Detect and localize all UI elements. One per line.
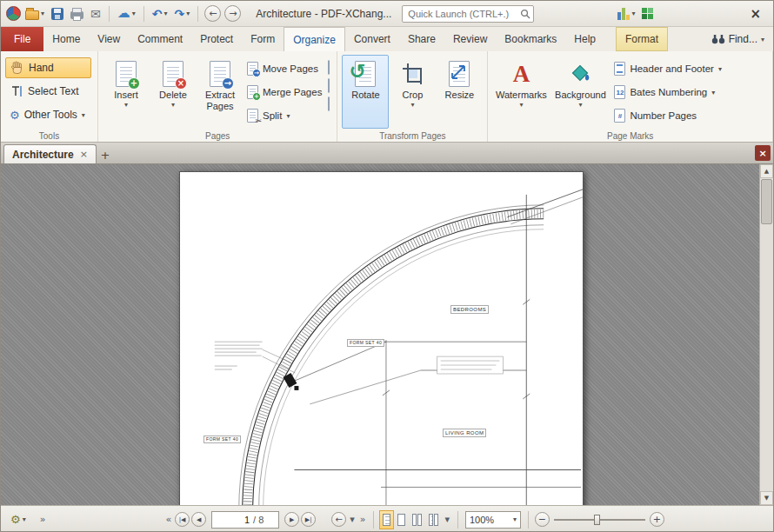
first-page-button[interactable]: |◀ [175, 512, 190, 527]
zoom-in-button[interactable]: + [650, 512, 664, 527]
scrollbar-thumb[interactable] [761, 179, 772, 224]
merge-pages-button[interactable]: + Merge Pages [244, 82, 325, 103]
pdf-page[interactable]: BEDROOMS LIVING ROOM FORM SET 40 FORM SE… [179, 171, 584, 505]
new-tab-button[interactable]: + [97, 146, 114, 163]
document-tab-architecture[interactable]: Architecture × [3, 144, 97, 163]
document-tab-bar: Architecture × + × [1, 143, 773, 164]
scroll-down-button[interactable]: ▼ [760, 491, 773, 505]
tab-protect[interactable]: Protect [191, 27, 242, 51]
tab-convert[interactable]: Convert [345, 27, 399, 51]
tab-file[interactable]: File [1, 27, 43, 51]
print-button[interactable] [68, 3, 86, 24]
undo-button[interactable]: ↶ ▾ [150, 3, 170, 24]
rotate-pages-button[interactable]: ↺ Rotate [342, 55, 389, 129]
previous-view-button[interactable]: ← [331, 512, 346, 527]
previous-page-button[interactable]: ◀ [191, 512, 206, 527]
separator [457, 511, 458, 529]
redo-button[interactable]: ↷ ▾ [172, 3, 193, 24]
save-button[interactable] [49, 3, 66, 24]
last-page-button[interactable]: ▶| [301, 512, 316, 527]
other-tools-button[interactable]: ⚙ Other Tools ▾ [5, 104, 91, 125]
swap-pages-button[interactable] [327, 78, 330, 93]
insert-pages-button[interactable]: + Insert ▾ [103, 55, 150, 129]
open-file-button[interactable]: ▾ [23, 3, 47, 24]
reverse-pages-button[interactable] [327, 96, 330, 111]
more-views-button[interactable]: » [357, 514, 369, 525]
watermarks-button[interactable]: A Watermarks ▾ [492, 55, 550, 129]
two-page-continuous-button[interactable] [425, 510, 442, 529]
collapse-nav-button[interactable]: « [163, 514, 174, 525]
zoom-slider-thumb[interactable] [594, 515, 600, 525]
chevron-down-icon: ▾ [711, 89, 715, 96]
email-button[interactable]: ✉ [88, 3, 103, 24]
document-tab-label: Architecture [12, 149, 74, 161]
next-page-button[interactable]: ▶ [284, 512, 299, 527]
select-text-button[interactable]: Select Text [5, 81, 91, 102]
zoom-slider[interactable] [554, 513, 645, 527]
expand-toolbar-button[interactable]: » [37, 514, 49, 525]
page-number-box: / 8 [211, 511, 279, 529]
tab-view[interactable]: View [89, 27, 129, 51]
cross-badge-icon: × [175, 77, 187, 90]
bates-numbering-button[interactable]: 12 Bates Numbering ▾ [611, 82, 725, 103]
background-button[interactable]: Background ▾ [550, 55, 611, 129]
document-canvas[interactable]: BEDROOMS LIVING ROOM FORM SET 40 FORM SE… [1, 164, 773, 505]
chevron-down-icon: ▾ [164, 10, 168, 17]
duplicate-pages-icon [328, 60, 330, 75]
chevron-down-icon: ▾ [578, 101, 582, 109]
continuous-view-button[interactable] [394, 510, 409, 529]
split-button[interactable]: ✂ Split ▾ [244, 105, 325, 126]
header-footer-icon [614, 62, 625, 76]
scroll-up-button[interactable]: ▲ [760, 164, 773, 178]
tab-review[interactable]: Review [444, 27, 496, 51]
chevron-down-icon[interactable]: ▾ [442, 514, 452, 525]
application-window: ▾ ✉ ☁ ▾ ↶ ▾ ↷ ▾ ← → Architecture - PDF-X… [0, 0, 774, 532]
search-icon [520, 9, 530, 19]
tab-comment[interactable]: Comment [129, 27, 191, 51]
resize-pages-button[interactable]: Resize [436, 55, 483, 129]
forward-button[interactable]: → [224, 5, 241, 22]
two-page-icon [412, 514, 417, 526]
number-pages-button[interactable]: # Number Pages [611, 105, 725, 126]
crop-pages-button[interactable]: Crop ▾ [389, 55, 436, 129]
tab-share[interactable]: Share [399, 27, 444, 51]
tab-bookmarks[interactable]: Bookmarks [496, 27, 565, 51]
tab-organize[interactable]: Organize [284, 27, 345, 51]
vertical-scrollbar[interactable]: ▲ ▼ [759, 164, 773, 505]
tab-form[interactable]: Form [242, 27, 284, 51]
quick-launch-input[interactable] [402, 5, 534, 23]
chevron-down-icon: ▾ [171, 101, 175, 109]
zoom-level-select[interactable]: 100% ▾ [465, 511, 521, 529]
zoom-out-button[interactable]: − [535, 512, 550, 527]
bates-numbering-icon: 12 [614, 85, 625, 99]
tab-home[interactable]: Home [43, 27, 89, 51]
back-button[interactable]: ← [204, 5, 221, 22]
customize-toolbars-button[interactable]: ▾ [615, 3, 637, 24]
extract-pages-button[interactable]: → Extract Pages [197, 55, 244, 129]
scrollbar-track[interactable] [760, 178, 773, 491]
tab-close-icon[interactable]: × [80, 149, 88, 160]
chevron-down-icon: ▾ [519, 101, 523, 109]
tab-format[interactable]: Format [616, 27, 668, 51]
page-number-input[interactable] [227, 515, 250, 525]
crop-label: Crop [402, 90, 423, 101]
chevron-down-icon: ▾ [186, 10, 190, 17]
header-footer-button[interactable]: Header and Footer ▾ [611, 58, 725, 79]
move-pages-button[interactable]: → Move Pages [244, 58, 325, 79]
two-page-view-button[interactable] [409, 510, 425, 529]
find-button[interactable]: Find... [729, 33, 757, 45]
chevron-down-icon[interactable]: ▾ [347, 514, 357, 525]
delete-pages-button[interactable]: × Delete ▾ [150, 55, 197, 129]
cloud-button[interactable]: ☁ ▾ [115, 3, 138, 24]
hand-tool-button[interactable]: Hand [5, 57, 91, 78]
close-document-button[interactable]: × [755, 145, 771, 161]
single-page-view-button[interactable] [379, 510, 394, 529]
document-icon: + [116, 61, 137, 87]
number-pages-icon: # [614, 109, 625, 123]
note-label-form-set-lower: FORM SET 40 [204, 436, 241, 443]
window-close-button[interactable]: × [743, 6, 768, 22]
tab-help[interactable]: Help [565, 27, 604, 51]
options-gear-button[interactable]: ⚙ ▾ [8, 509, 29, 530]
duplicate-pages-button[interactable] [327, 60, 330, 75]
launch-applications-button[interactable] [639, 3, 656, 24]
